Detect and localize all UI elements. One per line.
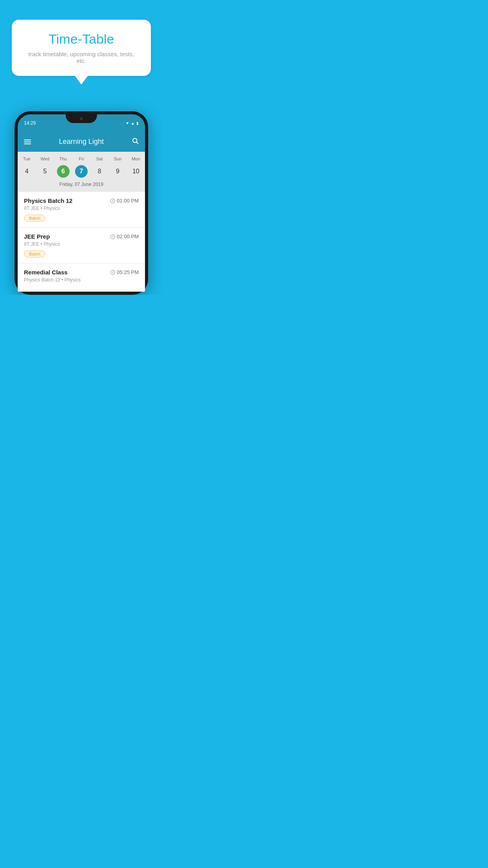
date-6-today[interactable]: 6 bbox=[54, 164, 72, 178]
item-2-subtitle: IIT JEE • Physics bbox=[24, 241, 139, 247]
item-1-time: 01:00 PM bbox=[110, 198, 139, 204]
status-icons: ▼ ▲ ▮ bbox=[125, 121, 139, 125]
camera bbox=[80, 117, 83, 120]
date-7-selected[interactable]: 7 bbox=[72, 164, 90, 178]
date-8[interactable]: 8 bbox=[90, 164, 108, 178]
date-10[interactable]: 10 bbox=[127, 164, 145, 178]
schedule-list: Physics Batch 12 01:00 PM IIT JEE • Phys… bbox=[18, 192, 145, 292]
app-title: Learning Light bbox=[59, 138, 104, 146]
date-5[interactable]: 5 bbox=[36, 164, 54, 178]
wifi-icon: ▼ bbox=[125, 121, 129, 125]
weekday-wed: Wed bbox=[36, 156, 54, 161]
weekday-sun: Sun bbox=[108, 156, 127, 161]
weekday-fri: Fri bbox=[72, 156, 90, 161]
item-1-subtitle: IIT JEE • Physics bbox=[24, 206, 139, 211]
phone-wrapper: 14:29 ▼ ▲ ▮ Learning Light bbox=[0, 92, 163, 295]
weekday-mon: Mon bbox=[127, 156, 145, 161]
top-section: Time-Table track timetable, upcoming cla… bbox=[0, 0, 163, 92]
schedule-item-3-header: Remedial Class 05:25 PM bbox=[24, 269, 139, 276]
weekday-tue: Tue bbox=[18, 156, 36, 161]
item-3-title: Remedial Class bbox=[24, 269, 68, 276]
item-2-time: 02:00 PM bbox=[110, 234, 139, 239]
notch bbox=[66, 114, 97, 123]
dates-row: 4 5 6 7 8 9 bbox=[18, 163, 145, 180]
bubble-title: Time-Table bbox=[28, 31, 135, 47]
menu-icon[interactable] bbox=[24, 140, 31, 144]
weekdays-row: Tue Wed Thu Fri Sat Sun Mon bbox=[18, 155, 145, 163]
item-3-time: 05:25 PM bbox=[110, 269, 139, 275]
battery-icon: ▮ bbox=[136, 121, 139, 125]
item-1-title: Physics Batch 12 bbox=[24, 197, 72, 204]
item-1-tag: Batch bbox=[24, 215, 45, 222]
bubble-subtitle: track timetable, upcoming classes, tests… bbox=[28, 51, 135, 64]
signal-icon: ▲ bbox=[131, 121, 135, 125]
clock-icon-3 bbox=[110, 270, 115, 275]
item-2-tag: Batch bbox=[24, 250, 45, 257]
selected-date-label: Friday, 07 June 2019 bbox=[18, 180, 145, 190]
item-2-title: JEE Prep bbox=[24, 233, 50, 240]
search-button[interactable] bbox=[132, 137, 139, 146]
phone-screen: Learning Light Tue Wed Thu Fri Sat Sun M bbox=[18, 132, 145, 292]
calendar-section: Tue Wed Thu Fri Sat Sun Mon 4 5 bbox=[18, 152, 145, 192]
schedule-item-2: JEE Prep 02:00 PM IIT JEE • Physics Batc… bbox=[18, 228, 145, 263]
date-9[interactable]: 9 bbox=[108, 164, 127, 178]
speech-bubble: Time-Table track timetable, upcoming cla… bbox=[12, 20, 151, 76]
weekday-sat: Sat bbox=[90, 156, 108, 161]
item-3-subtitle: Physics Batch 12 • Physics bbox=[24, 277, 139, 283]
schedule-item-1: Physics Batch 12 01:00 PM IIT JEE • Phys… bbox=[18, 192, 145, 228]
schedule-item-1-header: Physics Batch 12 01:00 PM bbox=[24, 197, 139, 204]
weekday-thu: Thu bbox=[54, 156, 72, 161]
clock-icon-2 bbox=[110, 234, 115, 239]
phone-frame: 14:29 ▼ ▲ ▮ Learning Light bbox=[15, 111, 148, 295]
status-bar: 14:29 ▼ ▲ ▮ bbox=[18, 114, 145, 132]
status-time: 14:29 bbox=[24, 120, 36, 126]
clock-icon-1 bbox=[110, 199, 115, 203]
svg-line-1 bbox=[136, 142, 138, 143]
schedule-item-2-header: JEE Prep 02:00 PM bbox=[24, 233, 139, 240]
app-header: Learning Light bbox=[18, 132, 145, 152]
date-4[interactable]: 4 bbox=[18, 164, 36, 178]
schedule-item-3: Remedial Class 05:25 PM Physics Batch 12… bbox=[18, 263, 145, 292]
